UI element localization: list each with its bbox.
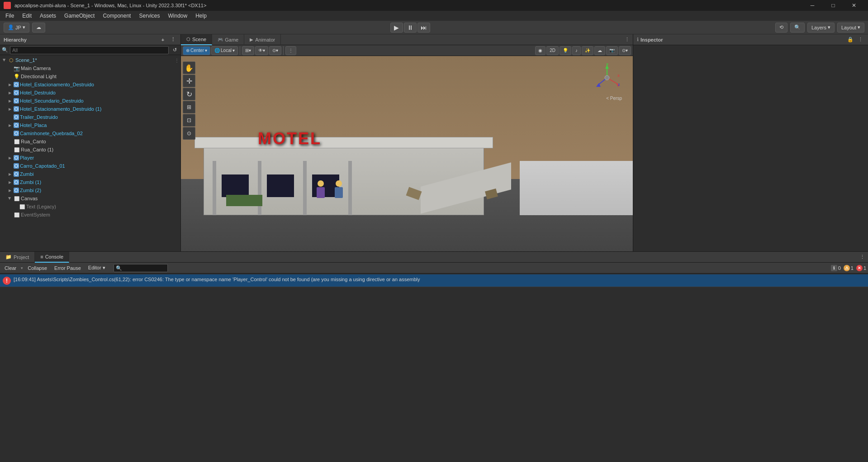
history-button[interactable]: ⟲ (775, 23, 787, 33)
tree-item-rua-canto[interactable]: ▶ ⬜ Rua_Canto (0, 137, 180, 146)
compass-svg: x y z (593, 63, 622, 93)
hand-tool-button[interactable]: ✋ (183, 61, 195, 74)
tab-console[interactable]: ≡ Console (35, 252, 69, 263)
tree-label-carro: Carro_Capotado_01 (20, 163, 180, 169)
cloud-button[interactable]: ☁ (32, 23, 45, 33)
inspector-lock-button[interactable]: 🔒 (846, 36, 854, 44)
layers-button[interactable]: Layers ▾ (807, 23, 835, 33)
console-search-input[interactable] (114, 264, 168, 272)
error-pause-button[interactable]: Error Pause (52, 264, 84, 272)
collapse-button[interactable]: Collapse (25, 264, 50, 272)
tree-item-zumbi[interactable]: ▶ Zumbi (0, 170, 180, 178)
pause-button[interactable]: ⏸ (404, 23, 417, 33)
shading-mode-button[interactable]: ◉ (535, 46, 545, 55)
layout-dropdown-icon: ▾ (858, 24, 860, 30)
go-icon-rua-canto: ⬜ (14, 138, 20, 145)
hierarchy-tree: ▶ ⬡ Scene_1* ⋮ ▶ 📷 Main Camera ▶ 💡 Direc… (0, 55, 180, 251)
hierarchy-add-button[interactable]: + (159, 36, 167, 44)
editor-button[interactable]: Editor ▾ (85, 264, 108, 272)
tree-item-dirlight[interactable]: ▶ 💡 Directional Light (0, 72, 180, 80)
play-button[interactable]: ▶ (390, 23, 403, 33)
center-pivot-button[interactable]: ⊕ Center ▾ (183, 46, 210, 55)
restore-button[interactable]: □ (823, 0, 844, 11)
menu-file[interactable]: File (2, 12, 18, 20)
account-button[interactable]: 👤 JP ▾ (4, 23, 29, 33)
layout-button[interactable]: Layout ▾ (837, 23, 864, 33)
scale-tool-button[interactable]: ⊞ (183, 101, 195, 113)
console-entry-0[interactable]: ! [16:09:41] Assets\Scripts\Zombies_Cont… (0, 274, 868, 287)
local-label: Local (221, 48, 232, 53)
scene-lighting-button[interactable]: 💡 (560, 46, 571, 55)
visible-layers-button[interactable]: 👁▾ (255, 46, 268, 55)
tree-item-hotel-est[interactable]: ▶ Hotel_Estacionamento_Destruido (0, 80, 180, 89)
tree-item-hotel-est2[interactable]: ▶ Hotel_Estacionamento_Destruido (1) (0, 105, 180, 113)
clear-dropdown[interactable]: ▾ (21, 266, 23, 270)
scene-options-button[interactable]: ⋮ (623, 36, 631, 44)
tree-item-hotel-sec[interactable]: ▶ Hotel_Secundario_Destruido (0, 97, 180, 105)
menu-component[interactable]: Component (99, 12, 134, 20)
tab-animator[interactable]: ▶ Animator (244, 34, 281, 45)
scene-audio-button[interactable]: ♪ (572, 46, 581, 55)
tree-item-canvas[interactable]: ▶ ⬜ Canvas (0, 194, 180, 203)
menu-window[interactable]: Window (164, 12, 191, 20)
tree-item-zumbi2[interactable]: ▶ Zumbi (2) (0, 186, 180, 194)
menu-assets[interactable]: Assets (36, 12, 60, 20)
tree-label-hotel-placa: Hotel_Placa (20, 123, 180, 128)
search-button[interactable]: 🔍 (790, 23, 805, 33)
extras-button[interactable]: ⋮ (285, 46, 296, 55)
game-tab-icon: 🎮 (218, 37, 223, 42)
char-head-1 (318, 180, 324, 187)
go-icon-zumbi (14, 171, 19, 177)
scene-tab-icon: ⬡ (186, 37, 190, 42)
tree-opts-scene1[interactable]: ⋮ (173, 57, 180, 64)
tab-project[interactable]: 📁 Project (0, 252, 35, 263)
scene-fx-button[interactable]: ✨ (582, 46, 593, 55)
tree-item-eventsystem[interactable]: ▶ ⬜ EventSystem (0, 211, 180, 219)
go-icon-trailer (14, 114, 19, 120)
menu-gameobject[interactable]: GameObject (61, 12, 98, 20)
rotate-tool-button[interactable]: ↻ (183, 88, 195, 100)
inspector-options-button[interactable]: ⋮ (856, 36, 864, 44)
go-icon-hotel-sec (14, 98, 19, 104)
tree-item-textlegacy[interactable]: ▶ ⬜ Text (Legacy) (0, 203, 180, 211)
scene-toolbar: ⊕ Center ▾ 🌐 Local ▾ ⊞▾ 👁▾ ⊙▾ ⋮ ◉ 2D 💡 ♪… (181, 45, 633, 56)
local-global-button[interactable]: 🌐 Local ▾ (211, 46, 238, 55)
menu-services[interactable]: Services (135, 12, 163, 20)
tree-item-hotel-placa[interactable]: ▶ Hotel_Placa (0, 121, 180, 129)
scene-gizmos2-button[interactable]: ⊙▾ (619, 46, 631, 55)
step-button[interactable]: ⏭ (417, 23, 430, 33)
menu-help[interactable]: Help (192, 12, 210, 20)
grid-snap-button[interactable]: ⊞▾ (242, 46, 254, 55)
tree-item-maincam[interactable]: ▶ 📷 Main Camera (0, 64, 180, 72)
transform-tool-button[interactable]: ⊙ (183, 127, 195, 140)
tree-item-zumbi1[interactable]: ▶ Zumbi (1) (0, 178, 180, 186)
bottom-options-button[interactable]: ⋮ (858, 253, 866, 261)
move-tool-button[interactable]: ✛ (183, 75, 195, 87)
building-structure: MOTEL (204, 125, 511, 215)
tree-item-caminhonete[interactable]: ▶ Caminhonete_Quebrada_02 (0, 129, 180, 137)
title-bar: apocalipse-zumbi-alura - Scene_1 - Windo… (0, 0, 868, 11)
minimize-button[interactable]: ─ (802, 0, 823, 11)
tab-scene[interactable]: ⬡ Scene (181, 34, 212, 45)
clear-button[interactable]: Clear (2, 264, 19, 272)
gizmos-button[interactable]: ⊙▾ (269, 46, 281, 55)
tab-game[interactable]: 🎮 Game (212, 34, 244, 45)
close-button[interactable]: ✕ (844, 0, 864, 11)
bottom-area: 📁 Project ≡ Console ⋮ Clear ▾ Collapse E… (0, 251, 868, 462)
tree-item-rua-canto1[interactable]: ▶ ⬜ Rua_Canto (1) (0, 146, 180, 154)
tree-item-carro[interactable]: ▶ Carro_Capotado_01 (0, 162, 180, 170)
console-content: ! [16:09:41] Assets\Scripts\Zombies_Cont… (0, 273, 868, 462)
hierarchy-options-button[interactable]: ⋮ (169, 36, 177, 44)
tree-item-trailer[interactable]: ▶ Trailer_Destruido (0, 113, 180, 121)
scene-sky-button[interactable]: ☁ (594, 46, 605, 55)
2d-button[interactable]: 2D (546, 46, 559, 55)
scene-viewport[interactable]: ✋ ✛ ↻ ⊞ ⊡ ⊙ (181, 56, 633, 251)
tree-item-hotel-dest[interactable]: ▶ Hotel_Destruido (0, 89, 180, 97)
rect-tool-button[interactable]: ⊡ (183, 114, 195, 127)
hierarchy-search-input[interactable] (10, 46, 169, 54)
menu-edit[interactable]: Edit (19, 12, 35, 20)
tree-item-player[interactable]: ▶ Player (0, 154, 180, 162)
tree-item-scene1[interactable]: ▶ ⬡ Scene_1* ⋮ (0, 56, 180, 64)
scene-camera-button[interactable]: 📷 (606, 46, 618, 55)
hierarchy-refresh-button[interactable]: ↺ (171, 46, 179, 54)
